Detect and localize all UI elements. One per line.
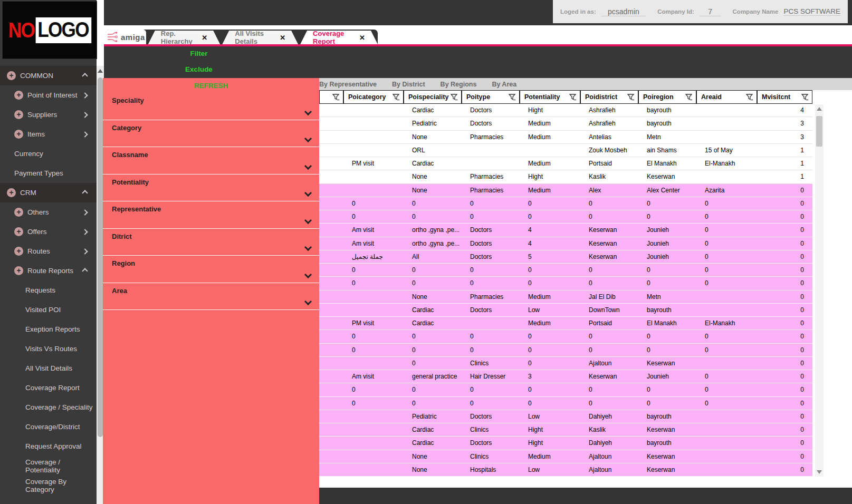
table-row[interactable]: 00000000 [319, 264, 812, 277]
sidebar-item-suppliers[interactable]: +Suppliers [0, 105, 97, 124]
sidebar-item-payment-types[interactable]: Payment Types [0, 163, 97, 183]
close-icon[interactable]: ✕ [202, 34, 207, 42]
filter-funnel-icon[interactable] [332, 94, 340, 101]
column-header-poiregion[interactable]: Poiregion [638, 90, 696, 104]
sidebar-item-all-visit-details[interactable]: All Visit Details [0, 358, 97, 378]
filter-field-representative[interactable]: Representative [103, 201, 319, 229]
filter-field-category[interactable]: Category [103, 120, 319, 148]
table-row[interactable]: NonePharmaciesHightKaslikKeserwan1 [319, 170, 812, 183]
sidebar-item-currency[interactable]: Currency [0, 144, 97, 163]
tab-all-visits-details[interactable]: All Visits Details✕ [222, 31, 298, 44]
table-row[interactable]: CardiacDoctorsHightDahiyehbayrouth0 [319, 437, 812, 450]
sidebar-item-coverage-district[interactable]: Coverage/District [0, 417, 97, 437]
column-header-areaid[interactable]: Areaid [696, 90, 757, 104]
view-tab-by-area[interactable]: By Area [492, 81, 516, 88]
chevron-down-icon[interactable] [304, 244, 312, 251]
table-row[interactable]: CardiacClinicsHightKaslikKeserwan0 [319, 423, 812, 437]
chevron-down-icon[interactable] [304, 270, 312, 278]
table-row[interactable]: ORLZouk Mosbehain Shams15 of May1 [319, 144, 812, 157]
sidebar-item-crm[interactable]: +CRM [0, 183, 97, 202]
table-row[interactable]: 0Clinics0AjaltounKeserwan0 [319, 357, 812, 370]
column-header-poitype[interactable]: Poitype [462, 90, 520, 104]
filter-button[interactable]: Filter [162, 50, 236, 57]
table-row[interactable]: NonePharmaciesMediumAnteliasMetn3 [319, 131, 812, 144]
table-row[interactable]: Am visitgeneral practiceHair Dresser3Kes… [319, 370, 812, 383]
sidebar-item-offers[interactable]: +Offers [0, 222, 97, 241]
refresh-button[interactable]: REFRESH [103, 78, 319, 93]
filter-funnel-icon[interactable] [451, 94, 458, 101]
sidebar-item-visits-vs-routes[interactable]: Visits Vs Routes [0, 339, 97, 358]
sidebar-item-routes[interactable]: +Routes [0, 241, 97, 261]
filter-funnel-icon[interactable] [685, 94, 693, 101]
table-row[interactable]: جملة تجميلAllDoctors5KeserwanJounieh00 [319, 250, 812, 264]
filter-funnel-icon[interactable] [393, 94, 400, 101]
tab-rep-hierarchy[interactable]: Rep. Hierarchy✕ [148, 31, 221, 44]
table-row[interactable]: 00000000 [319, 210, 812, 224]
tab-coverage-report[interactable]: Coverage Report✕ [300, 31, 378, 44]
chevron-down-icon[interactable] [304, 135, 312, 142]
filter-field-potentiality[interactable]: Potentiality [103, 175, 319, 202]
table-row[interactable]: 00000000 [319, 197, 812, 210]
table-row[interactable]: PediatricDoctorsLowDahiyehbayrouth0 [319, 410, 812, 423]
table-scrollbar[interactable] [815, 104, 824, 477]
filter-funnel-icon[interactable] [746, 94, 753, 101]
sidebar-item-visited-poi[interactable]: Visited POI [0, 300, 97, 319]
view-tab-by-district[interactable]: By District [392, 81, 425, 88]
filter-funnel-icon[interactable] [509, 94, 516, 101]
filter-field-speciality[interactable]: Speciality [103, 93, 319, 120]
chevron-down-icon[interactable] [304, 216, 312, 224]
chevron-down-icon[interactable] [304, 162, 312, 169]
tab-brand[interactable]: amiga [106, 30, 146, 44]
table-row[interactable]: CardiacDoctorsHightAshrafiehbayrouth4 [319, 104, 812, 117]
table-row[interactable]: NonePharmaciesMediumJal El DibMetn0 [319, 290, 812, 304]
view-tab-by-representative[interactable]: By Representative [319, 81, 377, 88]
sidebar-item-route-reports[interactable]: +Route Reports [0, 261, 97, 280]
sidebar-item-coverage-speciality[interactable]: Coverage / Speciality [0, 398, 97, 417]
filter-funnel-icon[interactable] [569, 94, 577, 101]
table-row[interactable]: 00000000 [319, 397, 812, 410]
close-icon[interactable]: ✕ [359, 34, 365, 42]
sidebar-item-exeption-reports[interactable]: Exeption Reports [0, 319, 97, 339]
chevron-down-icon[interactable] [304, 189, 312, 197]
table-row[interactable]: Am visitortho ,gyna ,pe...Doctors4Keserw… [319, 224, 812, 237]
sidebar-item-items[interactable]: +Items [0, 124, 97, 144]
table-row[interactable]: PM visitCardiacMediumPortsaidEl ManakhEl… [319, 317, 812, 330]
sidebar-item-others[interactable]: +Others [0, 202, 97, 222]
column-header-poidistrict[interactable]: Poidistrict [580, 90, 638, 104]
sidebar-item-coverage-report[interactable]: Coverage Report [0, 378, 97, 398]
table-row[interactable]: PM visitCardiacMediumPortsaidEl ManakhEl… [319, 157, 812, 170]
table-row[interactable]: NonePharmaciesMediumAlexAlex CenterAzari… [319, 184, 812, 197]
table-row[interactable]: 00000000 [319, 383, 812, 396]
table-row[interactable]: 00000000 [319, 344, 812, 357]
chevron-down-icon[interactable] [304, 108, 312, 115]
filter-field-region[interactable]: Region [103, 256, 319, 283]
table-row[interactable]: NoneHospitalsLowAjaltounKeserwan0 [319, 463, 812, 477]
filter-funnel-icon[interactable] [801, 94, 809, 101]
column-header-mvisitcnt[interactable]: Mvisitcnt [757, 90, 812, 104]
exclude-button[interactable]: Exclude [162, 65, 236, 73]
sidebar-item-point-of-interest[interactable]: +Point of Interest [0, 85, 97, 105]
sidebar-item-request-approval[interactable]: Request Approval [0, 437, 97, 456]
view-tab-by-regions[interactable]: By Regions [441, 81, 477, 88]
filter-funnel-icon[interactable] [627, 94, 635, 101]
column-header-poicategory[interactable]: Poicategory [343, 90, 404, 104]
table-row[interactable]: NoneClinicsMediumAjaltounKeserwan0 [319, 450, 812, 463]
sidebar-item-common[interactable]: +COMMON [0, 66, 97, 85]
table-row[interactable]: Am visitortho ,gyna ,pe...Doctors4Keserw… [319, 237, 812, 250]
chevron-down-icon[interactable] [304, 298, 312, 305]
table-row[interactable]: CardiacDoctorsLowDownTownbayrouth0 [319, 304, 812, 317]
column-header-potentiality[interactable]: Potentiality [520, 90, 580, 104]
close-icon[interactable]: ✕ [280, 34, 285, 42]
sidebar-item-requests[interactable]: Requests [0, 280, 97, 300]
table-row[interactable]: 00000000 [319, 330, 812, 343]
column-header-poispeciality[interactable]: Poispeciality [404, 90, 462, 104]
table-row[interactable]: 00000000 [319, 277, 812, 290]
filter-field-area[interactable]: Area [103, 283, 319, 311]
filter-field-ditrict[interactable]: Ditrict [103, 229, 319, 256]
sidebar-scrollbar-thumb[interactable] [98, 77, 103, 437]
sidebar-item-coverage-by-category[interactable]: Coverage By Category [0, 476, 97, 495]
table-row[interactable]: PediatricDoctorsMediumAshrafiehbayrouth3 [319, 117, 812, 130]
filter-field-classname[interactable]: Classname [103, 147, 319, 175]
scroll-up-icon[interactable] [98, 69, 103, 73]
table-scrollbar-thumb[interactable] [816, 116, 822, 147]
